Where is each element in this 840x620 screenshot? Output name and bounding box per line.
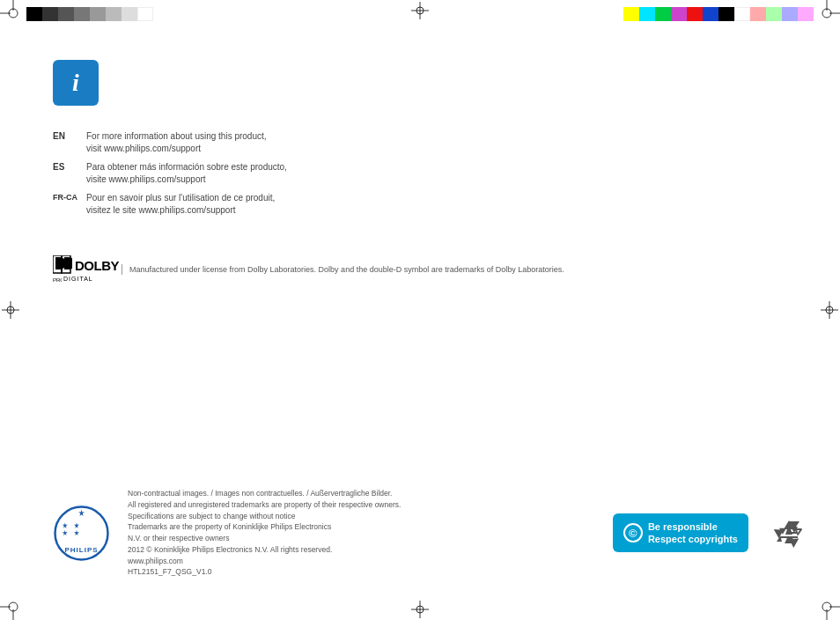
responsible-text: Be responsible Respect copyrights — [648, 520, 738, 546]
svg-marker-32 — [74, 529, 79, 535]
reg-mark-bottom-left — [0, 594, 26, 620]
language-section: EN For more information about using this… — [53, 130, 287, 223]
recycle-icon — [773, 517, 805, 549]
responsible-icon: © — [623, 523, 643, 542]
info-icon: i — [53, 60, 99, 106]
cross-center-bottom — [411, 601, 429, 618]
lang-code-frca: FR-CA — [53, 192, 86, 202]
reg-mark-top-left — [0, 0, 26, 26]
dolby-digital-label: DIGITAL — [63, 276, 93, 282]
philips-bottom-text: Non-contractual images. / Images non con… — [128, 488, 595, 578]
lang-text-frca: Pour en savoir plus sur l'utilisation de… — [86, 192, 275, 217]
svg-marker-29 — [63, 522, 68, 528]
responsible-badge: © Be responsible Respect copyrights — [613, 513, 748, 553]
lang-row-frca: FR-CA Pour en savoir plus sur l'utilisat… — [53, 192, 287, 217]
info-letter: i — [72, 69, 79, 97]
dolby-brand: DOLBY — [75, 258, 119, 273]
dolby-disclaimer: Manufactured under license from Dolby La… — [122, 264, 564, 276]
cross-center-right — [821, 301, 838, 319]
svg-marker-30 — [74, 522, 79, 528]
dolby-pro-icon: PRO — [53, 276, 62, 283]
cross-center-top — [411, 2, 429, 19]
cross-center-left — [2, 301, 19, 319]
bottom-section: PHILIPS Non-contractual images. / Images… — [53, 488, 805, 578]
dolby-d-symbol-icon — [53, 255, 72, 275]
philips-logo-area: PHILIPS — [53, 505, 110, 562]
dolby-logo: DOLBY PRO DIGITAL — [53, 255, 114, 284]
svg-marker-31 — [63, 529, 68, 535]
lang-code-en: EN — [53, 130, 86, 141]
lang-row-en: EN For more information about using this… — [53, 130, 287, 155]
reg-mark-bottom-right — [814, 594, 840, 620]
svg-text:PRO: PRO — [53, 277, 62, 283]
responsible-line2: Respect copyrights — [648, 534, 738, 544]
lang-text-es: Para obtener más información sobre este … — [86, 161, 287, 186]
philips-shield-icon: PHILIPS — [53, 505, 110, 562]
color-bars-top-right — [623, 7, 814, 21]
svg-marker-28 — [78, 509, 85, 515]
responsible-line1: Be responsible — [648, 521, 718, 532]
lang-code-es: ES — [53, 161, 86, 172]
svg-text:PHILIPS: PHILIPS — [64, 546, 98, 554]
lang-row-es: ES Para obtener más información sobre es… — [53, 161, 287, 186]
color-bars-top-left — [26, 7, 153, 21]
dolby-section: DOLBY PRO DIGITAL Manufactured under lic… — [53, 255, 564, 284]
reg-mark-top-right — [814, 0, 840, 26]
lang-text-en: For more information about using this pr… — [86, 130, 267, 155]
